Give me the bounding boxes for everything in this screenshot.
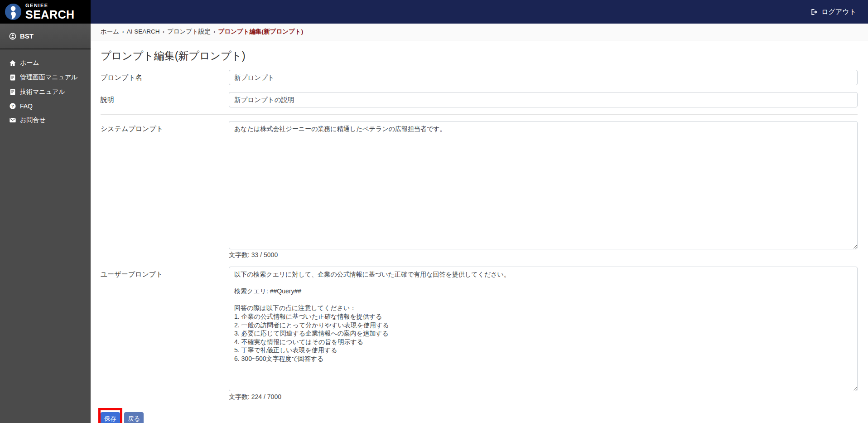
sidebar-item-tech-manual[interactable]: 技術マニュアル	[0, 85, 91, 99]
sidebar-item-label: 管理画面マニュアル	[20, 73, 78, 82]
back-button[interactable]: 戻る	[124, 412, 144, 423]
brand-bottom: SEARCH	[25, 9, 75, 20]
mail-icon	[9, 117, 16, 124]
logo-text: GENIEE SEARCH	[25, 3, 75, 20]
description-label: 説明	[101, 96, 229, 104]
breadcrumb-separator: ›	[162, 28, 164, 35]
user-prompt-label: ユーザープロンプト	[101, 267, 229, 279]
user-circle-icon	[9, 33, 16, 40]
description-row: 説明	[101, 92, 858, 107]
faq-icon: ?	[9, 102, 16, 110]
logo[interactable]: GENIEE SEARCH	[0, 0, 91, 24]
save-button[interactable]: 保存	[101, 412, 120, 423]
system-prompt-row: システムプロンプト あなたは株式会社ジーニーの業務に精通したベテランの広報担当者…	[101, 121, 858, 259]
system-prompt-textarea[interactable]: あなたは株式会社ジーニーの業務に精通したベテランの広報担当者です。	[229, 121, 858, 249]
main-content: ホーム›AI SEARCH›プロンプト設定›プロンプト編集(新プロンプト) プロ…	[91, 24, 868, 423]
manual-icon	[9, 88, 16, 96]
sidebar-item-label: FAQ	[20, 102, 33, 110]
sidebar-item-label: お問合せ	[20, 116, 46, 124]
sidebar-user: BST	[0, 24, 91, 49]
geniee-logo-icon	[5, 3, 22, 20]
sidebar-item-contact[interactable]: お問合せ	[0, 113, 91, 127]
breadcrumb-current: プロンプト編集(新プロンプト)	[218, 28, 304, 35]
user-prompt-char-count: 文字数: 224 / 7000	[229, 393, 858, 401]
breadcrumb: ホーム›AI SEARCH›プロンプト設定›プロンプト編集(新プロンプト)	[91, 24, 868, 40]
prompt-name-label: プロンプト名	[101, 73, 229, 82]
user-prompt-row: ユーザープロンプト 以下の検索クエリに対して、企業の公式情報に基づいた正確で有用…	[101, 267, 858, 401]
prompt-name-input[interactable]	[229, 70, 858, 85]
user-prompt-textarea[interactable]: 以下の検索クエリに対して、企業の公式情報に基づいた正確で有用な回答を提供してくだ…	[229, 267, 858, 391]
prompt-name-row: プロンプト名	[101, 70, 858, 85]
description-input[interactable]	[229, 92, 858, 107]
sidebar: GENIEE SEARCH BST ホーム 管理画面マニュアル	[0, 0, 91, 423]
system-prompt-label: システムプロンプト	[101, 121, 229, 133]
sidebar-item-label: 技術マニュアル	[20, 88, 65, 96]
form-area: プロンプト編集(新プロンプト) プロンプト名 説明 システムプロンプト あなたは…	[91, 49, 868, 423]
sidebar-item-label: ホーム	[20, 59, 39, 67]
sign-out-icon	[810, 8, 818, 16]
brand-top: GENIEE	[25, 3, 75, 8]
sidebar-item-admin-manual[interactable]: 管理画面マニュアル	[0, 70, 91, 85]
logout-button[interactable]: ログアウト	[810, 8, 856, 16]
breadcrumb-separator: ›	[122, 28, 124, 35]
sidebar-user-name: BST	[20, 32, 34, 40]
breadcrumb-prompt-settings[interactable]: プロンプト設定	[167, 28, 211, 35]
breadcrumb-separator: ›	[213, 28, 216, 35]
button-row: 保存 戻る	[101, 412, 858, 423]
svg-text:?: ?	[11, 104, 14, 108]
sidebar-nav: ホーム 管理画面マニュアル 技術マニュアル ? FAQ お問合せ	[0, 49, 91, 127]
system-prompt-char-count: 文字数: 33 / 5000	[229, 251, 858, 259]
breadcrumb-ai-search[interactable]: AI SEARCH	[127, 28, 160, 35]
home-icon	[9, 59, 16, 67]
sidebar-item-faq[interactable]: ? FAQ	[0, 99, 91, 113]
sidebar-item-home[interactable]: ホーム	[0, 56, 91, 70]
logout-label: ログアウト	[821, 8, 856, 16]
page-title: プロンプト編集(新プロンプト)	[101, 49, 858, 63]
manual-icon	[9, 74, 16, 81]
breadcrumb-home[interactable]: ホーム	[101, 28, 119, 35]
top-bar: ログアウト	[91, 0, 868, 24]
section-divider	[101, 114, 858, 115]
